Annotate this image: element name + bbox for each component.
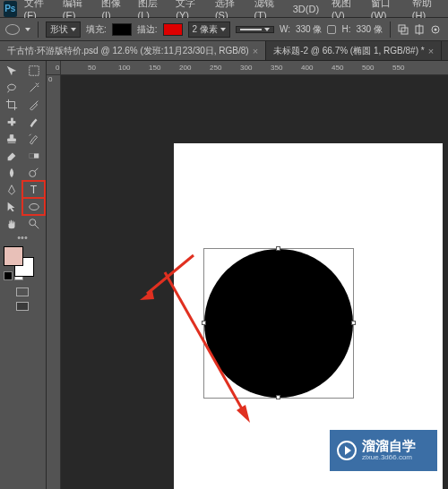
watermark-title: 溜溜自学: [362, 439, 416, 454]
separator: [38, 21, 39, 38]
svg-point-13: [29, 203, 39, 210]
stroke-width-value: 2 像素: [193, 23, 218, 36]
gradient-tool[interactable]: [22, 147, 45, 164]
svg-marker-16: [140, 290, 154, 300]
fill-label: 填充:: [86, 23, 107, 36]
app-logo: Ps: [4, 1, 17, 17]
dodge-tool[interactable]: [22, 164, 45, 181]
stroke-style-select[interactable]: [236, 26, 274, 33]
stroke-label: 描边:: [137, 23, 158, 36]
chevron-down-icon: [264, 28, 270, 31]
svg-rect-8: [11, 117, 13, 125]
chevron-down-icon: [71, 28, 76, 31]
tool-mode-label: 形状: [50, 23, 68, 36]
tab-label: 未标题-2 @ 66.7% (椭圆 1, RGB/8#) *: [273, 45, 425, 57]
line-icon: [240, 29, 262, 30]
width-value[interactable]: 330 像: [296, 23, 322, 36]
svg-rect-10: [29, 153, 33, 158]
shape-preset-dropdown-icon[interactable]: [25, 28, 30, 31]
ruler-tick: 450: [332, 64, 343, 72]
svg-point-14: [29, 219, 35, 225]
fill-swatch[interactable]: [112, 23, 132, 36]
canvas-wrap: 0 50 100 150 200 250 300 350 400 450 500…: [47, 61, 448, 489]
ruler-tick: 250: [210, 64, 221, 72]
ruler-tick: 100: [118, 64, 130, 72]
chevron-down-icon: [220, 28, 226, 31]
watermark: 溜溜自学 zixue.3d66.com: [330, 430, 437, 471]
document-tab[interactable]: 千古情·环游版特价.psd @ 12.6% (发班:11月23/30日, RGB…: [0, 41, 266, 60]
edit-toolbar[interactable]: •••: [0, 232, 45, 243]
ruler-tick: 500: [362, 64, 374, 72]
stamp-tool[interactable]: [0, 130, 22, 147]
blur-tool[interactable]: [0, 164, 22, 181]
gear-icon[interactable]: [430, 24, 441, 35]
ruler-tick: 0: [56, 64, 59, 72]
ellipse-icon[interactable]: [5, 24, 20, 35]
foreground-swatch[interactable]: [4, 246, 23, 266]
heal-tool[interactable]: [0, 113, 22, 130]
zoom-tool[interactable]: [22, 215, 45, 232]
pathops-icon[interactable]: [398, 24, 409, 35]
play-icon: [337, 441, 357, 460]
ruler-tick: 400: [301, 64, 313, 72]
svg-point-5: [434, 28, 436, 30]
options-bar: 形状 填充: 描边: 2 像素 W: 330 像 H: 330 像: [0, 18, 448, 41]
ruler-tick: 550: [392, 64, 404, 72]
hand-tool[interactable]: [0, 215, 22, 232]
pen-tool[interactable]: [0, 181, 22, 198]
screen-mode-toggle[interactable]: [0, 300, 45, 313]
watermark-url: zixue.3d66.com: [362, 454, 416, 462]
width-label: W:: [280, 24, 290, 34]
separator: [390, 21, 391, 38]
ruler-tick: 150: [149, 64, 160, 72]
move-tool[interactable]: [0, 62, 22, 79]
transform-handle[interactable]: [276, 246, 280, 251]
ruler-tick: 300: [240, 64, 252, 72]
close-icon[interactable]: ×: [428, 46, 434, 56]
svg-text:T: T: [30, 184, 37, 196]
close-icon[interactable]: ×: [253, 46, 258, 56]
history-brush-tool[interactable]: [22, 130, 45, 147]
tool-mode-select[interactable]: 形状: [46, 21, 81, 38]
type-tool[interactable]: T: [22, 181, 45, 198]
canvas[interactable]: 溜溜自学 zixue.3d66.com: [61, 75, 448, 489]
height-label: H:: [341, 24, 350, 34]
brush-tool[interactable]: [22, 113, 45, 130]
menu-3d[interactable]: 3D(D): [288, 2, 324, 16]
path-select-tool[interactable]: [0, 198, 22, 215]
document-tabs: 千古情·环游版特价.psd @ 12.6% (发班:11月23/30日, RGB…: [0, 41, 448, 61]
marquee-tool[interactable]: [22, 62, 45, 79]
eyedropper-tool[interactable]: [22, 96, 45, 113]
wand-tool[interactable]: [22, 79, 45, 96]
svg-point-11: [29, 170, 35, 176]
stroke-swatch[interactable]: [163, 23, 183, 36]
stroke-width-input[interactable]: 2 像素: [188, 21, 230, 38]
toolbox: T •••: [0, 61, 47, 489]
ruler-tick: 0: [48, 75, 52, 83]
menubar: Ps 文件(F) 编辑(E) 图像(I) 图层(L) 文字(Y) 选择(S) 滤…: [0, 0, 448, 18]
lasso-tool[interactable]: [0, 79, 22, 96]
crop-tool[interactable]: [0, 96, 22, 113]
ruler-tick: 350: [271, 64, 282, 72]
ellipse-tool[interactable]: [22, 198, 45, 215]
quickmask-toggle[interactable]: [0, 284, 45, 300]
tab-label: 千古情·环游版特价.psd @ 12.6% (发班:11月23/30日, RGB…: [7, 45, 249, 57]
height-value[interactable]: 330 像: [356, 23, 382, 36]
transform-handle[interactable]: [276, 395, 280, 399]
link-icon[interactable]: [327, 25, 336, 34]
eraser-tool[interactable]: [0, 147, 22, 164]
transform-handle[interactable]: [202, 321, 206, 325]
ruler-tick: 200: [179, 64, 191, 72]
document-tab[interactable]: 未标题-2 @ 66.7% (椭圆 1, RGB/8#) * ×: [266, 41, 442, 60]
ruler-tick: 50: [88, 64, 96, 72]
vertical-ruler[interactable]: 0: [47, 75, 61, 489]
color-swatches[interactable]: [0, 243, 45, 270]
align-icon[interactable]: [414, 24, 425, 35]
svg-rect-6: [29, 65, 39, 75]
workspace: T ••• 0 50 100 150 200: [0, 61, 448, 489]
ellipse-shape[interactable]: [204, 249, 353, 398]
horizontal-ruler[interactable]: 0 50 100 150 200 250 300 350 400 450 500…: [47, 61, 448, 75]
transform-handle[interactable]: [351, 321, 356, 325]
